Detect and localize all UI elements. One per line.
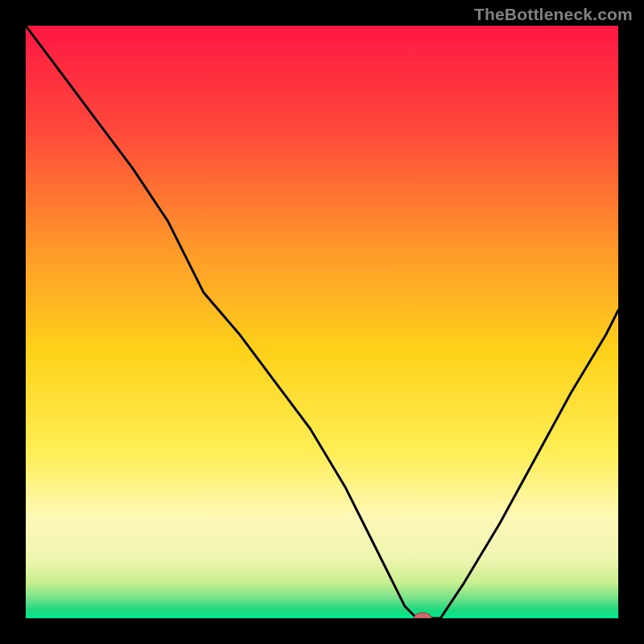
chart-svg: [26, 26, 618, 618]
watermark-text: TheBottleneck.com: [474, 5, 633, 24]
chart-frame: TheBottleneck.com: [0, 0, 644, 644]
gradient-background: [26, 26, 618, 618]
plot-area: [26, 26, 618, 618]
